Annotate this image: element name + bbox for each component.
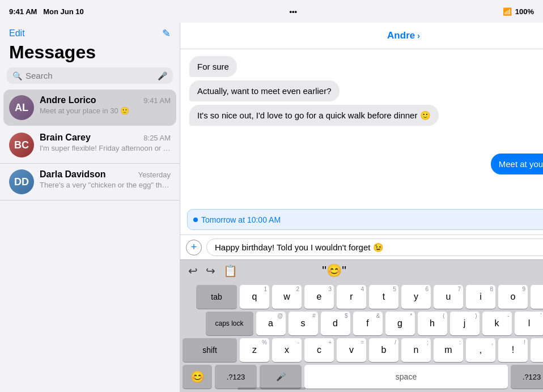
key-number-left[interactable]: .?123 <box>215 365 257 389</box>
key-capslock[interactable]: caps lock <box>206 312 253 335</box>
message-meet-place: Meet at your place in 30 🙂 <box>491 154 543 174</box>
avatar-andre: AL <box>9 95 34 120</box>
keyboard-row-2: caps lock @a #s $d &f *g (h )j -k 'l ret… <box>183 312 543 335</box>
redo-button[interactable]: ↪ <box>206 264 215 278</box>
key-mic[interactable]: 🎤 <box>260 365 302 389</box>
message-nice-out: It's so nice out, I'd love to go for a q… <box>189 105 439 126</box>
chat-area: Andre › 📹 For sure Actually, want to mee… <box>180 23 543 392</box>
toolbar-left: ↩ ↪ 📋 <box>188 264 237 278</box>
mic-icon[interactable]: 🎤 <box>158 71 167 80</box>
key-comma[interactable]: ,, <box>466 338 495 362</box>
key-exclaim[interactable]: !! <box>498 338 528 362</box>
sidebar-header: Edit ✎ <box>0 23 180 42</box>
key-p[interactable]: 0p <box>531 285 543 309</box>
avatar-brain: BC <box>9 133 34 157</box>
undo-button[interactable]: ↩ <box>188 264 198 278</box>
conv-name-brain: Brain Carey <box>40 133 91 143</box>
key-b[interactable]: /b <box>369 338 398 362</box>
avatar-darla: DD <box>9 169 34 194</box>
conv-top-brain: Brain Carey 8:25 AM <box>40 133 171 143</box>
key-g[interactable]: *g <box>385 312 415 335</box>
key-s[interactable]: #s <box>289 312 318 335</box>
key-e[interactable]: 3e <box>304 285 334 309</box>
message-input[interactable] <box>206 238 543 256</box>
keyboard-row-1: tab 1q 2w 3e 4r 5t 6y 7u 8i 9o 0p ⌫ <box>183 285 543 309</box>
key-emoji[interactable]: 😊 <box>183 365 212 389</box>
message-status: Delivered <box>189 179 543 187</box>
key-x[interactable]: -x <box>272 338 302 362</box>
key-r[interactable]: 4r <box>337 285 366 309</box>
conversation-item-darla[interactable]: DD Darla Davidson Yesterday There's a ve… <box>0 164 180 201</box>
chat-header: Andre › 📹 <box>180 23 543 49</box>
conv-time-brain: 8:25 AM <box>143 134 171 142</box>
keyboard-row-4: 😊 .?123 🎤 space .?123 🌐 ⌨ <box>183 365 543 389</box>
conv-preview-brain: I'm super flexible! Friday afternoon or … <box>40 144 171 152</box>
key-h[interactable]: (h <box>418 312 447 335</box>
scheduled-time[interactable]: Tomorrow at 10:00 AM <box>201 215 543 224</box>
key-c[interactable]: +c <box>304 338 334 362</box>
conversation-list: AL Andre Lorico 9:41 AM Meet at your pla… <box>0 88 180 392</box>
conv-time-andre: 9:41 AM <box>143 96 171 105</box>
keyboard: tab 1q 2w 3e 4r 5t 6y 7u 8i 9o 0p ⌫ caps… <box>180 282 543 392</box>
conv-name-darla: Darla Davidson <box>40 169 105 180</box>
key-shift-left[interactable]: shift <box>183 338 237 362</box>
key-m[interactable]: :m <box>434 338 463 362</box>
search-input[interactable] <box>26 71 154 80</box>
home-indicator <box>237 387 306 390</box>
key-d[interactable]: $d <box>321 312 350 335</box>
conv-name-andre: Andre Lorico <box>40 95 96 105</box>
sidebar: Edit ✎ Messages 🔍 🎤 AL Andre Lorico 9:41… <box>0 23 180 392</box>
conv-top-darla: Darla Davidson Yesterday <box>40 169 171 180</box>
search-icon: 🔍 <box>12 71 22 80</box>
key-t[interactable]: 5t <box>369 285 398 309</box>
message-input-row: + ↑ <box>180 235 543 259</box>
conv-preview-andre: Meet at your place in 30 🙂 <box>40 106 171 115</box>
status-indicators: 📶 100% <box>503 7 534 16</box>
key-l[interactable]: 'l <box>515 312 544 335</box>
wifi-icon: 📶 <box>503 7 512 16</box>
key-space[interactable]: space <box>304 365 508 389</box>
clipboard-button[interactable]: 📋 <box>223 264 237 278</box>
conv-time-darla: Yesterday <box>138 171 171 179</box>
conv-content-brain: Brain Carey 8:25 AM I'm super flexible! … <box>40 133 171 152</box>
battery-icon: 100% <box>515 7 534 16</box>
conversation-item-andre[interactable]: AL Andre Lorico 9:41 AM Meet at your pla… <box>3 90 176 126</box>
chat-messages: For sure Actually, want to meet even ear… <box>180 49 543 204</box>
key-v[interactable]: =v <box>337 338 366 362</box>
key-n[interactable]: ;n <box>401 338 431 362</box>
compose-button[interactable]: ✎ <box>162 27 171 40</box>
conv-content-andre: Andre Lorico 9:41 AM Meet at your place … <box>40 95 171 115</box>
message-meet-earlier: Actually, want to meet even earlier? <box>189 80 340 101</box>
key-w[interactable]: 2w <box>272 285 302 309</box>
key-i[interactable]: 8i <box>466 285 495 309</box>
chat-header-name[interactable]: Andre › <box>387 30 420 41</box>
chevron-right-icon: › <box>417 31 420 40</box>
key-u[interactable]: 7u <box>434 285 463 309</box>
edit-button[interactable]: Edit <box>9 28 25 39</box>
conv-top-andre: Andre Lorico 9:41 AM <box>40 95 171 105</box>
message-for-sure: For sure <box>189 56 237 77</box>
keyboard-toolbar: ↩ ↪ 📋 "😊" ≡A <box>180 259 543 282</box>
emoji-toolbar-button[interactable]: "😊" <box>322 263 346 278</box>
app-container: Edit ✎ Messages 🔍 🎤 AL Andre Lorico 9:41… <box>0 23 543 392</box>
keyboard-row-3: shift %z -x +c =v /b ;n :m ,, !! ?? shif… <box>183 338 543 362</box>
conv-content-darla: Darla Davidson Yesterday There's a very … <box>40 169 171 189</box>
key-k[interactable]: -k <box>482 312 512 335</box>
key-tab[interactable]: tab <box>196 285 237 309</box>
key-j[interactable]: )j <box>450 312 480 335</box>
add-attachment-button[interactable]: + <box>186 240 202 255</box>
key-number-right[interactable]: .?123 <box>511 365 543 389</box>
key-z[interactable]: %z <box>240 338 269 362</box>
key-q[interactable]: 1q <box>240 285 269 309</box>
status-dots: ••• <box>289 7 297 16</box>
key-f[interactable]: &f <box>353 312 383 335</box>
key-o[interactable]: 9o <box>498 285 528 309</box>
scheduled-dot <box>193 218 198 222</box>
key-a[interactable]: @a <box>256 312 286 335</box>
key-y[interactable]: 6y <box>401 285 431 309</box>
search-bar: 🔍 🎤 <box>7 67 173 84</box>
key-question[interactable]: ?? <box>531 338 543 362</box>
status-time: 9:41 AM Mon Jun 10 <box>9 7 84 16</box>
conv-preview-darla: There's a very "chicken or the egg" thin… <box>40 181 171 189</box>
conversation-item-brain[interactable]: BC Brain Carey 8:25 AM I'm super flexibl… <box>0 127 180 164</box>
